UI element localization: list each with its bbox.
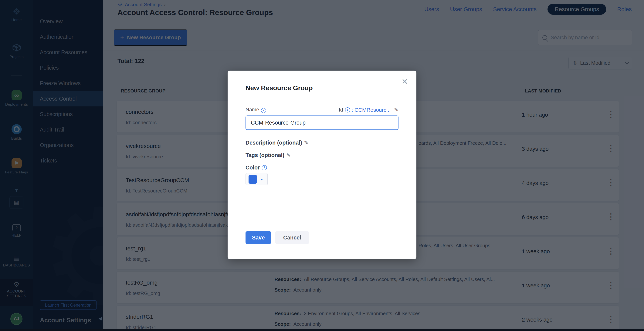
tags-label: Tags (optional) <box>246 152 284 158</box>
color-picker-dropdown[interactable]: ▼ <box>246 173 268 185</box>
id-value-link[interactable]: : CCMResourc... <box>352 107 391 113</box>
info-icon[interactable]: i <box>345 107 350 112</box>
close-icon[interactable]: ✕ <box>402 77 408 86</box>
caret-down-icon: ▼ <box>260 178 264 182</box>
color-row: Color i <box>246 165 398 171</box>
new-resource-group-modal: ✕ New Resource Group Namei Id i : CCMRes… <box>228 71 416 259</box>
name-id-row: Namei Id i : CCMResourc... ✎ <box>246 107 398 113</box>
description-row[interactable]: Description (optional) ✎ <box>246 140 398 146</box>
color-swatch <box>248 175 257 184</box>
description-label: Description (optional) <box>246 140 302 146</box>
app-screen: ❖ Home Projects ∞ Deployments Builds ⚑ F… <box>0 0 644 331</box>
edit-tags-pencil-icon[interactable]: ✎ <box>286 152 291 158</box>
cancel-button[interactable]: Cancel <box>275 231 309 244</box>
name-label: Namei <box>246 107 266 113</box>
id-label: Id <box>339 107 343 113</box>
id-group: Id i : CCMResourc... ✎ <box>339 107 398 113</box>
modal-title: New Resource Group <box>246 84 313 92</box>
name-input[interactable] <box>246 115 398 130</box>
color-label: Color <box>246 165 260 171</box>
edit-id-pencil-icon[interactable]: ✎ <box>394 107 398 113</box>
edit-description-pencil-icon[interactable]: ✎ <box>304 140 308 146</box>
info-icon[interactable]: i <box>262 165 267 170</box>
info-icon[interactable]: i <box>261 108 266 113</box>
tags-row[interactable]: Tags (optional) ✎ <box>246 152 398 158</box>
save-button[interactable]: Save <box>246 231 271 244</box>
